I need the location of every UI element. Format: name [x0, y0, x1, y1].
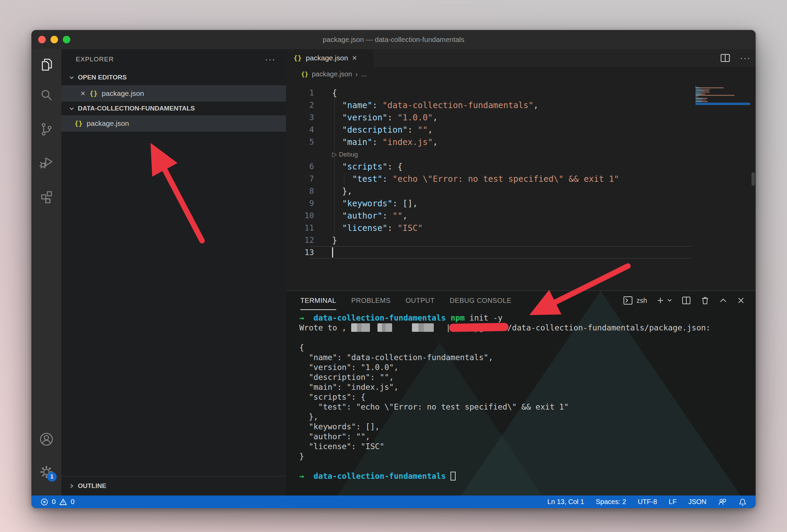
- tab-strip: {} package.json × ···: [286, 49, 756, 67]
- chevron-down-icon: [68, 105, 75, 112]
- cursor-position[interactable]: Ln 13, Col 1: [547, 498, 584, 506]
- explorer-header-label: EXPLORER: [76, 56, 114, 63]
- tab-package-json[interactable]: {} package.json ×: [286, 49, 373, 67]
- kill-terminal-icon[interactable]: [700, 296, 710, 305]
- panel-tab-debug-console[interactable]: DEBUG CONSOLE: [450, 291, 512, 310]
- close-panel-icon[interactable]: [736, 296, 745, 305]
- panel-tab-terminal[interactable]: TERMINAL: [300, 291, 336, 310]
- panel-tab-problems[interactable]: PROBLEMS: [351, 291, 390, 310]
- maximize-panel-icon[interactable]: [719, 296, 728, 305]
- more-actions-icon[interactable]: ···: [265, 54, 276, 65]
- split-editor-icon[interactable]: [719, 52, 731, 64]
- minimap[interactable]: [696, 86, 750, 104]
- panel-tab-output[interactable]: OUTPUT: [405, 291, 434, 310]
- file-item-package-json[interactable]: {} package.json: [61, 115, 286, 132]
- terminal-text: Wrote to ,: [299, 323, 346, 332]
- breadcrumb[interactable]: {} package.json › ...: [286, 67, 756, 81]
- settings-badge: 1: [47, 472, 57, 482]
- minimap-slider[interactable]: [696, 103, 750, 105]
- line-number: 2: [286, 101, 314, 109]
- editor-more-actions-icon[interactable]: ···: [740, 53, 751, 63]
- json-file-icon: {}: [294, 54, 302, 62]
- minimap-line: [696, 90, 750, 91]
- terminal-text: [446, 472, 450, 481]
- terminal-line: "description": "",: [299, 372, 752, 382]
- split-terminal-icon[interactable]: [681, 296, 691, 305]
- line-number: 6: [286, 162, 314, 171]
- redaction-block: [377, 323, 392, 332]
- editor-group: {} package.json × ··· {} package.json › …: [286, 49, 756, 496]
- shell-selector[interactable]: zsh: [623, 296, 647, 305]
- chevron-down-icon: [68, 74, 75, 81]
- minimap-line: [696, 98, 750, 99]
- close-editor-icon[interactable]: ×: [81, 89, 85, 98]
- indentation[interactable]: Spaces: 2: [596, 498, 626, 506]
- minimap-line: [696, 93, 750, 94]
- code-line: 9 "keywords": [],: [286, 197, 756, 209]
- run-debug-icon[interactable]: [38, 154, 55, 170]
- terminal-line: Wrote to ,|/iPlayground/data-collection-…: [299, 323, 752, 332]
- terminal-text: "version": "1.0.0",: [299, 363, 399, 372]
- code-line: 13: [286, 246, 756, 258]
- code-line: 4 "description": "",: [286, 123, 756, 136]
- new-terminal-button[interactable]: [656, 296, 672, 305]
- breadcrumb-tail[interactable]: ...: [361, 70, 367, 78]
- open-editors-section[interactable]: OPEN EDITORS: [61, 70, 286, 85]
- terminal-content[interactable]: → data-collection-fundamentals npm init …: [299, 313, 752, 496]
- encoding[interactable]: UTF-8: [638, 498, 657, 506]
- vertical-scrollbar[interactable]: [752, 172, 755, 186]
- close-tab-icon[interactable]: ×: [352, 54, 357, 62]
- explorer-icon[interactable]: [38, 57, 55, 73]
- eol[interactable]: LF: [669, 498, 676, 506]
- code-line: 1{: [286, 87, 756, 99]
- minimap-line: [696, 100, 750, 101]
- extensions-icon[interactable]: [38, 188, 55, 204]
- outline-section[interactable]: OUTLINE: [61, 476, 286, 496]
- source-control-icon[interactable]: [38, 121, 55, 137]
- code-line: 2 "name": "data-collection-fundamentals"…: [286, 99, 756, 111]
- breadcrumb-separator: ›: [356, 70, 358, 78]
- line-number: 9: [286, 199, 314, 208]
- json-file-icon: {}: [89, 89, 98, 98]
- open-editor-item-package-json[interactable]: × {} package.json: [61, 85, 286, 102]
- code-line: 8 },: [286, 185, 756, 197]
- terminal-text: "name": "data-collection-fundamentals",: [299, 353, 493, 362]
- terminal-text: npm: [450, 313, 465, 322]
- folder-label: DATA-COLLECTION-FUNDAMENTALS: [78, 105, 195, 112]
- minimap-line: [696, 87, 750, 88]
- settings-gear-icon[interactable]: 1: [38, 464, 55, 480]
- plus-icon: [656, 296, 665, 305]
- code-lines: 1{2 "name": "data-collection-fundamental…: [286, 87, 756, 258]
- folder-section[interactable]: DATA-COLLECTION-FUNDAMENTALS: [61, 102, 286, 115]
- terminal-text: "test": "echo \"Error: no test specified…: [299, 402, 569, 411]
- problems-status[interactable]: 0 0: [40, 498, 74, 506]
- redaction-gap: [392, 327, 412, 328]
- error-icon: [40, 498, 48, 506]
- line-number: 10: [286, 211, 314, 220]
- redaction-gap: [434, 327, 446, 328]
- activity-bar: 1: [31, 49, 61, 496]
- codelens-line[interactable]: ▷ Debug: [286, 148, 756, 160]
- terminal-text: data-collection-fundamentals: [314, 313, 446, 322]
- terminal-text: "license": "ISC": [299, 442, 384, 451]
- bell-icon[interactable]: [739, 498, 747, 506]
- account-icon[interactable]: [38, 431, 55, 447]
- terminal-panel: TERMINALPROBLEMSOUTPUTDEBUG CONSOLE zsh: [286, 291, 756, 496]
- search-icon[interactable]: [38, 87, 55, 103]
- language-mode[interactable]: JSON: [688, 498, 706, 506]
- terminal-line: → data-collection-fundamentals: [299, 471, 752, 481]
- terminal-text: "keywords": [],: [299, 422, 380, 431]
- code-editor[interactable]: 1{2 "name": "data-collection-fundamental…: [286, 81, 756, 291]
- explorer-sidebar: EXPLORER ··· OPEN EDITORS × {} package.j…: [61, 49, 286, 496]
- chevron-right-icon: [68, 483, 75, 489]
- terminal-icon: [623, 296, 633, 305]
- terminal-line: "scripts": {: [299, 392, 752, 402]
- terminal-line: "test": "echo \"Error: no test specified…: [299, 402, 752, 412]
- feedback-icon[interactable]: [718, 498, 727, 506]
- terminal-line: }: [299, 451, 752, 461]
- minimap-line: [696, 92, 750, 93]
- breadcrumb-file[interactable]: package.json: [312, 70, 352, 78]
- terminal-cursor: [450, 472, 456, 481]
- shell-label: zsh: [636, 297, 647, 305]
- redaction-scribble: [449, 323, 509, 332]
